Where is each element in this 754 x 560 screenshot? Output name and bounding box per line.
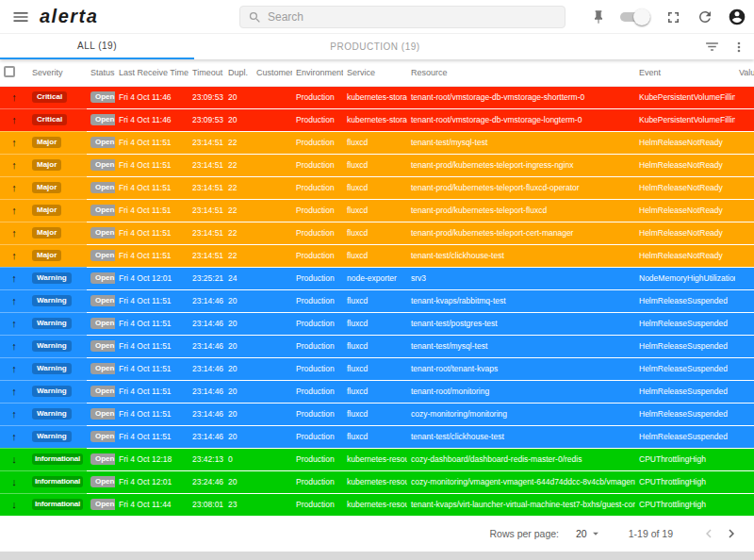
trend-arrow: ↑ <box>0 289 28 312</box>
service-cell: fluxcd <box>343 357 407 380</box>
customer-cell <box>253 176 292 199</box>
fullscreen-button[interactable] <box>664 8 682 26</box>
status-badge: Open <box>90 159 115 171</box>
last-receive-time-cell: Fri 4 Oct 11:51 <box>115 176 188 199</box>
alert-row[interactable]: ↑ Major Open Fri 4 Oct 11:51 23:14:51 22… <box>0 222 754 244</box>
search-input[interactable] <box>268 10 557 24</box>
alert-row[interactable]: ↓ Informational Open Fri 4 Oct 12:18 23:… <box>0 448 754 470</box>
duplicates-cell: 20 <box>224 289 253 312</box>
search-box[interactable] <box>239 6 566 28</box>
value-cell <box>735 335 754 357</box>
account-button[interactable] <box>728 8 746 26</box>
severity-badge: Major <box>32 250 61 261</box>
col-last-receive-time[interactable]: Last Receive Time <box>115 59 188 86</box>
severity-badge: Warning <box>32 318 72 329</box>
timeout-cell: 23:14:46 <box>188 357 224 380</box>
trend-arrow: ↑ <box>0 131 28 154</box>
pin-button[interactable] <box>591 9 606 25</box>
status-cell: Open <box>87 493 115 516</box>
col-resource[interactable]: Resource <box>407 59 635 86</box>
service-cell: fluxcd <box>343 199 407 222</box>
last-receive-time-cell: Fri 4 Oct 11:51 <box>115 131 188 154</box>
col-timeout[interactable]: Timeout <box>188 59 224 86</box>
hamburger-menu-button[interactable] <box>8 4 34 30</box>
status-cell: Open <box>87 380 115 403</box>
last-receive-time-cell: Fri 4 Oct 12:01 <box>115 470 188 493</box>
environment-tabbar: ALL (19) PRODUCTION (19) <box>0 34 754 59</box>
customer-cell <box>253 493 292 516</box>
overflow-menu-icon <box>731 40 746 55</box>
event-cell: HelmReleaseNotReady <box>635 131 735 154</box>
tab-all[interactable]: ALL (19) <box>0 34 194 59</box>
col-customer[interactable]: Customer <box>253 59 292 86</box>
alert-row[interactable]: ↑ Major Open Fri 4 Oct 11:51 23:14:51 22… <box>0 176 754 199</box>
alert-row[interactable]: ↑ Major Open Fri 4 Oct 11:51 23:14:51 22… <box>0 131 754 154</box>
alert-row[interactable]: ↑ Major Open Fri 4 Oct 11:51 23:14:51 22… <box>0 244 754 267</box>
last-receive-time-cell: Fri 4 Oct 11:46 <box>115 86 188 108</box>
live-updates-toggle[interactable] <box>620 8 650 25</box>
resource-cell: srv3 <box>407 267 635 289</box>
value-cell <box>735 131 754 154</box>
value-cell <box>735 176 754 199</box>
status-badge: Open <box>90 272 115 284</box>
next-page-button[interactable] <box>720 522 743 545</box>
col-event[interactable]: Event <box>635 59 735 86</box>
customer-cell <box>253 267 292 289</box>
status-cell: Open <box>87 425 115 448</box>
alert-row[interactable]: ↑ Critical Open Fri 4 Oct 11:46 23:09:53… <box>0 108 754 131</box>
rows-per-page-label: Rows per page: <box>489 528 559 539</box>
account-icon <box>728 8 746 26</box>
alert-row[interactable]: ↓ Informational Open Fri 4 Oct 12:01 23:… <box>0 470 754 493</box>
status-cell: Open <box>87 244 115 267</box>
trend-arrow: ↑ <box>0 312 28 335</box>
chevron-right-icon <box>723 525 740 542</box>
alert-row[interactable]: ↑ Critical Open Fri 4 Oct 11:46 23:09:53… <box>0 86 754 108</box>
service-cell: fluxcd <box>343 335 407 357</box>
alert-row[interactable]: ↑ Warning Open Fri 4 Oct 11:51 23:14:46 … <box>0 380 754 403</box>
alert-row[interactable]: ↑ Warning Open Fri 4 Oct 11:51 23:14:46 … <box>0 403 754 425</box>
alert-row[interactable]: ↑ Warning Open Fri 4 Oct 11:51 23:14:46 … <box>0 357 754 380</box>
service-cell: fluxcd <box>343 176 407 199</box>
refresh-button[interactable] <box>697 8 713 25</box>
environment-cell: Production <box>292 131 343 154</box>
event-cell: HelmReleaseSuspended <box>635 403 735 425</box>
filter-button[interactable] <box>704 39 720 55</box>
status-badge: Open <box>90 137 115 148</box>
col-severity[interactable]: Severity <box>28 59 87 86</box>
alert-row[interactable]: ↑ Warning Open Fri 4 Oct 11:51 23:14:46 … <box>0 335 754 357</box>
alert-row[interactable]: ↑ Warning Open Fri 4 Oct 11:51 23:14:46 … <box>0 425 754 448</box>
event-cell: HelmReleaseNotReady <box>635 199 735 222</box>
severity-cell: Warning <box>28 312 87 335</box>
prev-page-button[interactable] <box>697 522 720 545</box>
duplicates-cell: 22 <box>224 176 253 199</box>
last-receive-time-cell: Fri 4 Oct 11:51 <box>115 403 188 425</box>
table-header-row: Severity Status Last Receive Time Timeou… <box>0 59 754 86</box>
select-all-checkbox[interactable] <box>4 66 15 77</box>
toggle-thumb <box>633 8 650 25</box>
col-status[interactable]: Status <box>87 59 115 86</box>
status-cell: Open <box>87 312 115 335</box>
trend-arrow: ↑ <box>0 154 28 176</box>
col-environment[interactable]: Environment <box>292 59 343 86</box>
last-receive-time-cell: Fri 4 Oct 11:51 <box>115 380 188 403</box>
alert-row[interactable]: ↓ Informational Open Fri 4 Oct 11:44 23:… <box>0 493 754 516</box>
tab-production[interactable]: PRODUCTION (19) <box>194 34 556 59</box>
alert-row[interactable]: ↑ Major Open Fri 4 Oct 11:51 23:14:51 22… <box>0 154 754 176</box>
severity-cell: Warning <box>28 403 87 425</box>
duplicates-cell: 22 <box>224 244 253 267</box>
rows-per-page-select[interactable]: 20 <box>576 527 602 540</box>
duplicates-cell: 24 <box>224 267 253 289</box>
col-value[interactable]: Value <box>735 59 754 86</box>
status-cell: Open <box>87 86 115 108</box>
alert-row[interactable]: ↑ Warning Open Fri 4 Oct 11:51 23:14:46 … <box>0 289 754 312</box>
col-service[interactable]: Service <box>343 59 407 86</box>
overflow-menu-button[interactable] <box>731 40 746 55</box>
alert-row[interactable]: ↑ Warning Open Fri 4 Oct 12:01 23:25:21 … <box>0 267 754 289</box>
col-dupl[interactable]: Dupl. <box>224 59 253 86</box>
status-badge: Open <box>90 91 115 103</box>
event-cell: HelmReleaseNotReady <box>635 176 735 199</box>
alert-row[interactable]: ↑ Major Open Fri 4 Oct 11:51 23:14:51 22… <box>0 199 754 222</box>
alert-row[interactable]: ↑ Warning Open Fri 4 Oct 11:51 23:14:46 … <box>0 312 754 335</box>
service-cell: fluxcd <box>343 289 407 312</box>
resource-cell: tenant-kvaps/virt-launcher-virtual-machi… <box>407 493 635 516</box>
